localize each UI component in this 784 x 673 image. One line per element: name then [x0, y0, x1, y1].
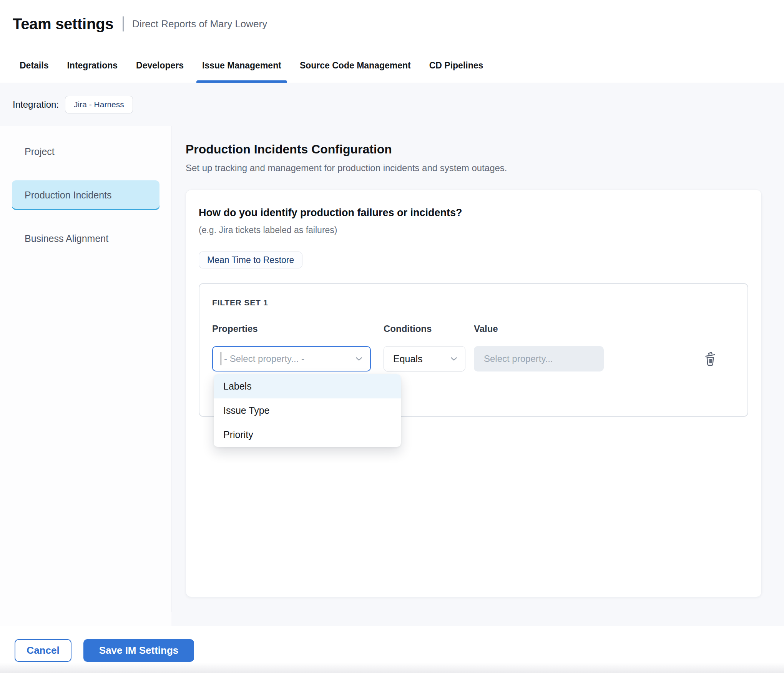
- integration-row: Integration: Jira - Harness: [0, 83, 784, 126]
- team-settings-page: Team settings Direct Reports of Mary Low…: [0, 0, 784, 673]
- sidebar-item-project[interactable]: Project: [12, 137, 159, 167]
- trash-icon: [703, 350, 718, 368]
- metric-tab-mean-time-to-restore[interactable]: Mean Time to Restore: [199, 252, 302, 268]
- settings-tabbar: Details Integrations Developers Issue Ma…: [0, 48, 784, 83]
- integration-label: Integration:: [13, 99, 59, 110]
- delete-filter-button[interactable]: [702, 350, 719, 368]
- filter-set-title: FILTER SET 1: [212, 298, 747, 307]
- condition-select[interactable]: Equals: [384, 346, 465, 371]
- section-subtitle: Set up tracking and management for produ…: [186, 163, 784, 173]
- chevron-down-icon: [449, 354, 459, 364]
- incidents-config-card: How do you identify production failures …: [186, 190, 762, 597]
- title-separator: [123, 16, 124, 32]
- property-select[interactable]: - Select property... -: [212, 346, 371, 371]
- dropdown-option-priority[interactable]: Priority: [214, 423, 401, 447]
- footer-actions: Cancel Save IM Settings: [0, 626, 784, 673]
- page-header: Team settings Direct Reports of Mary Low…: [0, 0, 784, 48]
- chevron-down-icon: [354, 354, 364, 364]
- section-title: Production Incidents Configuration: [186, 142, 784, 157]
- team-name-subtitle: Direct Reports of Mary Lowery: [132, 18, 267, 30]
- sidebar-item-production-incidents[interactable]: Production Incidents: [12, 180, 159, 210]
- tab-issue-management[interactable]: Issue Management: [196, 48, 287, 83]
- question-heading: How do you identify production failures …: [199, 207, 749, 219]
- cancel-button[interactable]: Cancel: [15, 639, 71, 662]
- main-panel: Production Incidents Configuration Set u…: [171, 126, 784, 626]
- value-column-label: Value: [474, 323, 604, 334]
- filter-controls-row: - Select property... - Labels Issue Type…: [212, 346, 747, 371]
- condition-select-value: Equals: [393, 353, 422, 365]
- filter-column-labels: Properties Conditions Value: [212, 323, 747, 334]
- value-input-placeholder: Select property...: [484, 353, 553, 364]
- integration-chip[interactable]: Jira - Harness: [65, 96, 133, 113]
- filter-set-panel: FILTER SET 1 Properties Conditions Value…: [199, 283, 748, 417]
- sidebar-divider: [171, 126, 171, 612]
- value-input[interactable]: Select property...: [474, 346, 604, 371]
- tab-integrations[interactable]: Integrations: [61, 48, 123, 83]
- text-cursor-caret: [221, 352, 221, 365]
- page-title: Team settings: [13, 15, 113, 33]
- tab-cd-pipelines[interactable]: CD Pipelines: [424, 48, 489, 83]
- tab-developers[interactable]: Developers: [130, 48, 189, 83]
- settings-sidebar: Project Production Incidents Business Al…: [0, 126, 171, 626]
- dropdown-option-labels[interactable]: Labels: [214, 374, 401, 398]
- save-im-settings-button[interactable]: Save IM Settings: [83, 639, 194, 662]
- question-hint: (e.g. Jira tickets labeled as failures): [199, 225, 749, 235]
- conditions-column-label: Conditions: [384, 323, 465, 334]
- properties-column-label: Properties: [212, 323, 371, 334]
- tab-source-code-management[interactable]: Source Code Management: [294, 48, 417, 83]
- property-dropdown-menu: Labels Issue Type Priority: [214, 374, 401, 447]
- content-area: Project Production Incidents Business Al…: [0, 126, 784, 626]
- sidebar-item-business-alignment[interactable]: Business Alignment: [12, 224, 159, 253]
- dropdown-option-issue-type[interactable]: Issue Type: [214, 398, 401, 423]
- property-select-wrapper: - Select property... - Labels Issue Type…: [212, 346, 371, 371]
- property-select-placeholder: - Select property... -: [224, 353, 304, 364]
- tab-details[interactable]: Details: [14, 48, 54, 83]
